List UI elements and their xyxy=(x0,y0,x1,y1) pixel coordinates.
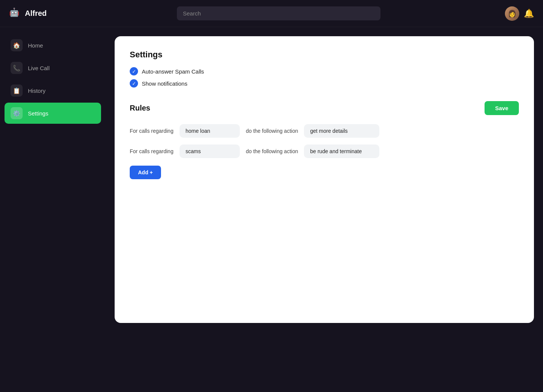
topbar-right: 👩 🔔 xyxy=(505,6,534,21)
rules-title: Rules xyxy=(130,104,150,112)
logo: 🤖 Alfred xyxy=(9,8,115,20)
history-icon: 📋 xyxy=(11,85,23,97)
logo-icon: 🤖 xyxy=(9,8,21,20)
rule-2-action-input[interactable] xyxy=(304,145,379,158)
sidebar-label-live-call: Live Call xyxy=(28,65,50,71)
home-icon: 🏠 xyxy=(11,39,23,51)
rule-2-topic-input[interactable] xyxy=(179,145,240,158)
sidebar-item-settings[interactable]: ⚙️ Settings xyxy=(5,103,101,124)
save-button[interactable]: Save xyxy=(485,101,519,115)
sidebar-label-settings: Settings xyxy=(28,110,48,117)
checkbox-label-auto-answer: Auto-answer Spam Calls xyxy=(142,68,204,75)
check-icon-auto-answer: ✓ xyxy=(130,67,138,75)
avatar[interactable]: 👩 xyxy=(505,6,519,21)
checkbox-auto-answer[interactable]: ✓ Auto-answer Spam Calls xyxy=(130,67,519,75)
rule-2-action-label: do the following action xyxy=(246,148,298,154)
rule-2-for-label: For calls regarding xyxy=(130,148,173,154)
phone-icon: 📞 xyxy=(11,62,23,74)
search-input[interactable] xyxy=(177,6,380,20)
rule-row-2: For calls regarding do the following act… xyxy=(130,145,519,158)
sidebar: 🏠 Home 📞 Live Call 📋 History ⚙️ Settings xyxy=(0,27,106,392)
rule-1-action-input[interactable] xyxy=(304,124,379,138)
rules-list: For calls regarding do the following act… xyxy=(130,124,519,158)
sidebar-item-home[interactable]: 🏠 Home xyxy=(5,35,101,56)
settings-icon: ⚙️ xyxy=(11,107,23,119)
settings-title: Settings xyxy=(130,50,519,60)
rule-1-topic-input[interactable] xyxy=(179,124,240,138)
check-icon-notifications: ✓ xyxy=(130,79,138,88)
rule-1-for-label: For calls regarding xyxy=(130,128,173,134)
content-area: Settings ✓ Auto-answer Spam Calls ✓ Show… xyxy=(106,27,543,392)
add-rule-button[interactable]: Add + xyxy=(130,166,161,179)
checkbox-label-notifications: Show notifications xyxy=(142,80,187,87)
rule-row-1: For calls regarding do the following act… xyxy=(130,124,519,138)
checkbox-group: ✓ Auto-answer Spam Calls ✓ Show notifica… xyxy=(130,67,519,88)
rule-1-action-label: do the following action xyxy=(246,128,298,134)
main-layout: 🏠 Home 📞 Live Call 📋 History ⚙️ Settings… xyxy=(0,27,543,392)
sidebar-item-live-call[interactable]: 📞 Live Call xyxy=(5,57,101,78)
sidebar-label-home: Home xyxy=(28,42,43,49)
checkbox-notifications[interactable]: ✓ Show notifications xyxy=(130,79,519,88)
rules-header: Rules Save xyxy=(130,101,519,115)
sidebar-item-history[interactable]: 📋 History xyxy=(5,80,101,101)
app-name: Alfred xyxy=(25,9,47,18)
sidebar-label-history: History xyxy=(28,88,46,94)
topbar: 🤖 Alfred 👩 🔔 xyxy=(0,0,543,27)
search-bar xyxy=(177,6,380,20)
settings-card: Settings ✓ Auto-answer Spam Calls ✓ Show… xyxy=(115,36,534,323)
notification-icon[interactable]: 🔔 xyxy=(524,9,534,18)
avatar-image: 👩 xyxy=(505,6,519,21)
